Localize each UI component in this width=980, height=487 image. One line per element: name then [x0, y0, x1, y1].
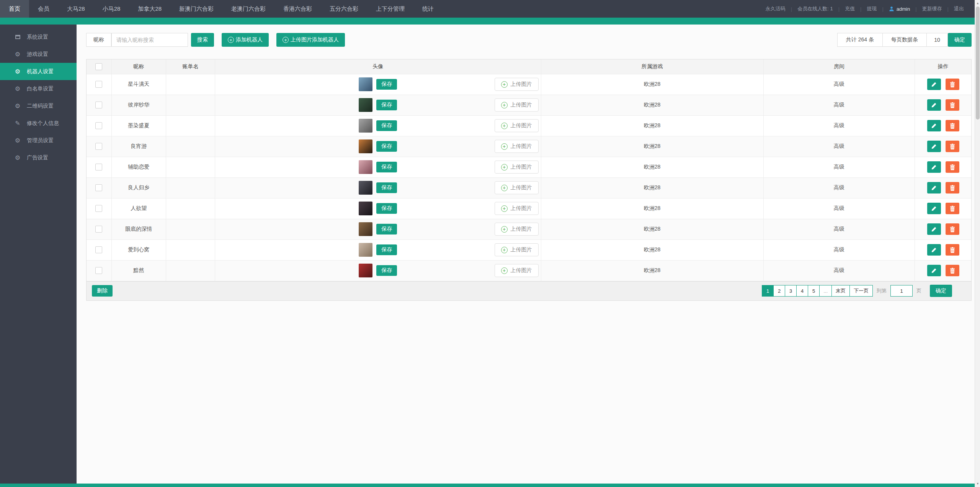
save-button[interactable]: 保存: [376, 100, 397, 110]
sidebar-item[interactable]: ⚙广告设置: [0, 149, 77, 166]
goto-confirm-button[interactable]: 确定: [930, 285, 952, 297]
row-checkbox[interactable]: [95, 226, 102, 233]
upload-image-button[interactable]: + 上传图片: [495, 181, 539, 194]
edit-button[interactable]: [927, 120, 941, 131]
edit-button[interactable]: [927, 265, 941, 276]
bulk-delete-button[interactable]: 删除: [92, 285, 113, 297]
search-button[interactable]: 搜索: [191, 33, 214, 47]
row-checkbox[interactable]: [95, 184, 102, 191]
page-button[interactable]: 下一页: [849, 285, 873, 297]
nav-item[interactable]: 香港六合彩: [274, 0, 321, 18]
sidebar-item[interactable]: ⚙二维码设置: [0, 97, 77, 115]
edit-button[interactable]: [927, 99, 941, 111]
nav-item[interactable]: 上下分管理: [367, 0, 413, 18]
per-page-input[interactable]: [926, 33, 948, 47]
nav-action[interactable]: 更新缓存: [917, 5, 947, 12]
page-button[interactable]: 5: [808, 285, 820, 297]
select-all-checkbox[interactable]: [95, 63, 102, 70]
goto-page-input[interactable]: [890, 285, 913, 297]
row-checkbox[interactable]: [95, 143, 102, 150]
save-button[interactable]: 保存: [376, 141, 397, 152]
page-scrollbar[interactable]: ▲ ▼: [975, 0, 980, 487]
page-button[interactable]: 1: [762, 285, 774, 297]
add-robot-button[interactable]: + 添加机器人: [222, 33, 269, 47]
per-page-confirm-button[interactable]: 确定: [948, 33, 972, 47]
sidebar-item[interactable]: ⚙管理员设置: [0, 132, 77, 149]
save-button[interactable]: 保存: [376, 224, 397, 234]
upload-image-button[interactable]: + 上传图片: [495, 140, 539, 153]
edit-button[interactable]: [927, 182, 941, 193]
scroll-up-icon[interactable]: ▲: [975, 0, 980, 6]
nav-item[interactable]: 加拿大28: [129, 0, 170, 18]
row-checkbox[interactable]: [95, 205, 102, 212]
upload-image-button[interactable]: + 上传图片: [495, 119, 539, 132]
sidebar-item[interactable]: ✎修改个人信息: [0, 115, 77, 132]
page-button[interactable]: 末页: [831, 285, 850, 297]
nav-item[interactable]: 新澳门六合彩: [170, 0, 222, 18]
scroll-down-icon[interactable]: ▼: [975, 481, 980, 487]
page-button[interactable]: ...: [819, 285, 832, 297]
nav-item[interactable]: 老澳门六合彩: [222, 0, 274, 18]
nav-action[interactable]: 退出: [949, 5, 969, 12]
edit-button[interactable]: [927, 244, 941, 256]
nav-item[interactable]: 五分六合彩: [321, 0, 367, 18]
nav-item[interactable]: 统计: [413, 0, 443, 18]
upload-image-button[interactable]: + 上传图片: [495, 223, 539, 236]
row-checkbox[interactable]: [95, 102, 102, 108]
scrollbar-thumb[interactable]: [976, 7, 980, 120]
edit-button[interactable]: [927, 203, 941, 214]
upload-image-button[interactable]: + 上传图片: [495, 98, 539, 112]
save-button[interactable]: 保存: [376, 203, 397, 214]
sidebar-item[interactable]: 系统设置: [0, 28, 77, 46]
delete-row-button[interactable]: [946, 141, 959, 152]
current-user[interactable]: admin: [884, 6, 915, 12]
search-input[interactable]: [111, 33, 188, 47]
nav-action[interactable]: 提现: [861, 5, 882, 12]
upload-image-button[interactable]: + 上传图片: [495, 78, 539, 91]
pencil-icon: [931, 164, 937, 170]
save-button[interactable]: 保存: [376, 265, 397, 276]
nav-action[interactable]: 充值: [840, 5, 860, 12]
edit-button[interactable]: [927, 141, 941, 152]
save-button[interactable]: 保存: [376, 182, 397, 193]
row-checkbox[interactable]: [95, 246, 102, 253]
upload-image-button[interactable]: + 上传图片: [495, 202, 539, 215]
page-button[interactable]: 2: [773, 285, 785, 297]
save-button[interactable]: 保存: [376, 244, 397, 255]
nav-item[interactable]: 小马28: [94, 0, 129, 18]
delete-row-button[interactable]: [946, 203, 959, 214]
save-button[interactable]: 保存: [376, 120, 397, 131]
nav-item[interactable]: 大马28: [58, 0, 94, 18]
delete-row-button[interactable]: [946, 79, 959, 90]
delete-row-button[interactable]: [946, 161, 959, 173]
upload-image-button[interactable]: + 上传图片: [495, 264, 539, 277]
row-checkbox[interactable]: [95, 267, 102, 274]
upload-image-button[interactable]: + 上传图片: [495, 161, 539, 174]
nav-item[interactable]: 首页: [0, 0, 29, 18]
row-checkbox[interactable]: [95, 81, 102, 88]
upload-image-button[interactable]: + 上传图片: [495, 243, 539, 256]
delete-row-button[interactable]: [946, 99, 959, 111]
game-cell: 欧洲28: [541, 74, 763, 95]
page-button[interactable]: 4: [796, 285, 808, 297]
delete-row-button[interactable]: [946, 244, 959, 256]
sidebar-item[interactable]: ⚙游戏设置: [0, 46, 77, 63]
row-checkbox[interactable]: [95, 164, 102, 171]
delete-row-button[interactable]: [946, 182, 959, 193]
upload-add-robot-button[interactable]: + 上传图片添加机器人: [276, 33, 345, 47]
save-button[interactable]: 保存: [376, 79, 397, 90]
edit-button[interactable]: [927, 79, 941, 90]
edit-button[interactable]: [927, 223, 941, 235]
delete-row-button[interactable]: [946, 120, 959, 131]
nav-action[interactable]: 永久活码: [760, 5, 791, 12]
nickname-cell: 人欲望: [111, 198, 166, 219]
sidebar-item[interactable]: ⚙机器人设置: [0, 63, 77, 80]
sidebar-item[interactable]: ⚙白名单设置: [0, 80, 77, 97]
page-button[interactable]: 3: [785, 285, 797, 297]
edit-button[interactable]: [927, 161, 941, 173]
save-button[interactable]: 保存: [376, 162, 397, 172]
delete-row-button[interactable]: [946, 265, 959, 276]
row-checkbox[interactable]: [95, 122, 102, 129]
nav-item[interactable]: 会员: [29, 0, 58, 18]
delete-row-button[interactable]: [946, 223, 959, 235]
